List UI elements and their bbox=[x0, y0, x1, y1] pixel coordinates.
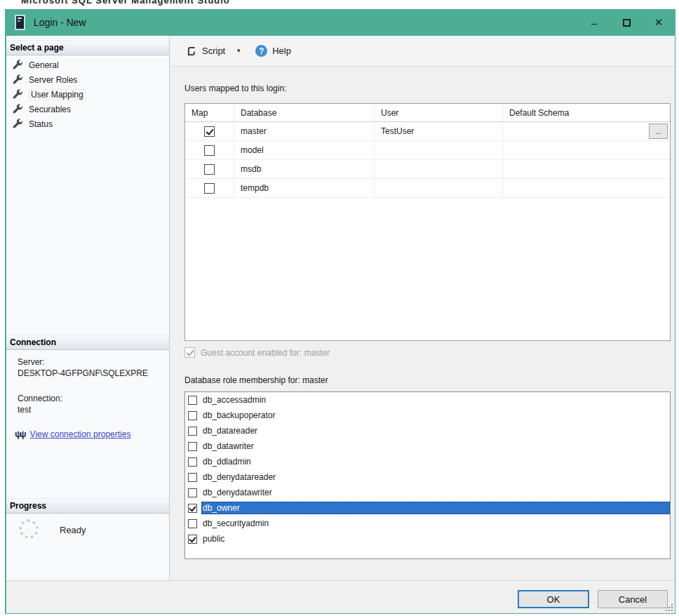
col-header-map: Map bbox=[185, 104, 234, 121]
user-mapping-content: Users mapped to this login: Map Database… bbox=[170, 67, 675, 580]
toolbar: Script ▼ ? Help bbox=[170, 36, 675, 67]
role-item-db-ddladmin[interactable]: db_ddladmin bbox=[185, 454, 670, 469]
maximize-icon bbox=[623, 19, 631, 27]
sidebar: Select a page General Server Roles User … bbox=[6, 36, 170, 580]
maximize-button[interactable] bbox=[610, 9, 643, 36]
database-cell: master bbox=[234, 122, 375, 140]
role-checkbox[interactable] bbox=[188, 411, 197, 420]
ok-button[interactable]: OK bbox=[518, 590, 589, 608]
role-checkbox[interactable] bbox=[188, 504, 197, 513]
user-cell[interactable] bbox=[375, 141, 503, 159]
browse-schema-button[interactable]: ... bbox=[649, 123, 668, 139]
sidebar-item-general[interactable]: General bbox=[6, 58, 169, 72]
role-item-db-datareader[interactable]: db_datareader bbox=[185, 423, 670, 438]
select-a-page-header: Select a page bbox=[6, 40, 169, 55]
database-cell: model bbox=[234, 141, 375, 159]
minimize-button[interactable]: – bbox=[578, 9, 610, 36]
guest-account-checkbox bbox=[184, 347, 195, 358]
titlebar[interactable]: Login - New – ✕ bbox=[6, 9, 675, 36]
map-checkbox-msdb[interactable] bbox=[204, 164, 215, 175]
map-checkbox-master[interactable] bbox=[204, 126, 215, 137]
role-item-db-datawriter[interactable]: db_datawriter bbox=[185, 438, 670, 454]
role-checkbox[interactable] bbox=[188, 396, 197, 405]
map-checkbox-tempdb[interactable] bbox=[204, 183, 215, 194]
roles-caption: Database role membership for: master bbox=[184, 375, 328, 385]
cancel-button[interactable]: Cancel bbox=[598, 590, 668, 608]
table-header-row: Map Database User Default Schema bbox=[185, 104, 670, 122]
table-row-master: master TestUser ... bbox=[185, 122, 670, 141]
server-label: Server: bbox=[18, 357, 45, 367]
table-row-tempdb: tempdb bbox=[185, 179, 670, 198]
connection-value: test bbox=[18, 405, 31, 415]
col-header-default-schema: Default Schema bbox=[503, 104, 670, 121]
database-roles-listbox: db_accessadmin db_backupoperator db_data… bbox=[184, 391, 671, 559]
map-checkbox-model[interactable] bbox=[204, 145, 215, 156]
sidebar-item-status[interactable]: Status bbox=[6, 116, 169, 131]
role-checkbox[interactable] bbox=[188, 457, 197, 467]
resize-grip[interactable] bbox=[666, 604, 673, 611]
user-cell[interactable]: TestUser bbox=[375, 122, 503, 140]
default-schema-cell[interactable] bbox=[503, 160, 670, 178]
col-header-database: Database bbox=[234, 104, 375, 121]
sidebar-item-securables[interactable]: Securables bbox=[6, 102, 169, 116]
users-table-caption: Users mapped to this login: bbox=[184, 83, 286, 93]
role-item-db-accessadmin[interactable]: db_accessadmin bbox=[185, 392, 670, 408]
login-new-dialog: Login - New – ✕ Select a page General Se… bbox=[5, 9, 675, 614]
page-list: General Server Roles User Mapping Secura… bbox=[6, 58, 169, 131]
script-icon bbox=[186, 46, 197, 57]
role-item-db-denydatawriter[interactable]: db_denydatawriter bbox=[185, 485, 670, 500]
server-value: DESKTOP-4GFPGNF\SQLEXPRE bbox=[18, 368, 148, 378]
role-item-public[interactable]: public bbox=[185, 531, 670, 547]
view-connection-properties-link[interactable]: View connection properties bbox=[30, 429, 131, 439]
database-cell: tempdb bbox=[234, 179, 375, 197]
sidebar-item-server-roles[interactable]: Server Roles bbox=[6, 72, 169, 87]
user-cell[interactable] bbox=[375, 160, 503, 178]
close-button[interactable]: ✕ bbox=[643, 9, 675, 36]
database-cell: msdb bbox=[234, 160, 375, 178]
users-mapped-table: Map Database User Default Schema master … bbox=[184, 103, 671, 341]
default-schema-cell[interactable] bbox=[503, 122, 670, 140]
table-row-msdb: msdb bbox=[185, 160, 670, 179]
wrench-icon bbox=[13, 104, 23, 114]
background-window-title: Microsoft SQL Server Management Studio bbox=[0, 0, 679, 9]
script-button[interactable]: Script bbox=[182, 43, 229, 60]
progress-status: Ready bbox=[60, 525, 86, 535]
progress-header: Progress bbox=[6, 498, 169, 514]
user-cell[interactable] bbox=[375, 179, 503, 197]
guest-account-label: Guest account enabled for: master bbox=[201, 348, 330, 358]
wrench-icon bbox=[13, 74, 23, 85]
col-header-user: User bbox=[375, 104, 503, 121]
role-checkbox[interactable] bbox=[188, 427, 197, 436]
table-row-model: model bbox=[185, 141, 670, 160]
role-checkbox[interactable] bbox=[188, 519, 197, 528]
role-item-db-denydatareader[interactable]: db_denydatareader bbox=[185, 469, 670, 485]
help-button[interactable]: ? Help bbox=[251, 42, 295, 60]
sidebar-item-user-mapping[interactable]: User Mapping bbox=[6, 87, 169, 102]
connection-header: Connection bbox=[6, 335, 169, 350]
help-icon: ? bbox=[255, 45, 267, 57]
role-checkbox[interactable] bbox=[188, 488, 197, 497]
wrench-icon bbox=[13, 89, 23, 100]
role-item-db-securityadmin[interactable]: db_securityadmin bbox=[185, 516, 670, 531]
script-dropdown-button[interactable]: ▼ bbox=[236, 48, 241, 54]
guest-account-row: Guest account enabled for: master bbox=[184, 347, 330, 358]
connection-properties-icon: ψψ bbox=[15, 429, 25, 439]
role-item-db-backupoperator[interactable]: db_backupoperator bbox=[185, 408, 670, 423]
wrench-icon bbox=[13, 60, 23, 70]
role-checkbox[interactable] bbox=[188, 535, 197, 544]
footer: OK Cancel bbox=[6, 580, 675, 613]
main-panel: Script ▼ ? Help Users mapped to this log… bbox=[170, 36, 675, 580]
progress-spinner-icon bbox=[19, 519, 39, 539]
default-schema-cell[interactable] bbox=[503, 179, 670, 197]
dialog-title: Login - New bbox=[34, 17, 86, 28]
role-item-db-owner[interactable]: db_owner bbox=[185, 500, 670, 516]
wrench-icon bbox=[13, 119, 23, 129]
role-checkbox[interactable] bbox=[188, 442, 197, 451]
server-app-icon bbox=[15, 15, 25, 30]
connection-label: Connection: bbox=[18, 394, 62, 403]
role-checkbox[interactable] bbox=[188, 473, 197, 482]
default-schema-cell[interactable] bbox=[503, 141, 670, 159]
